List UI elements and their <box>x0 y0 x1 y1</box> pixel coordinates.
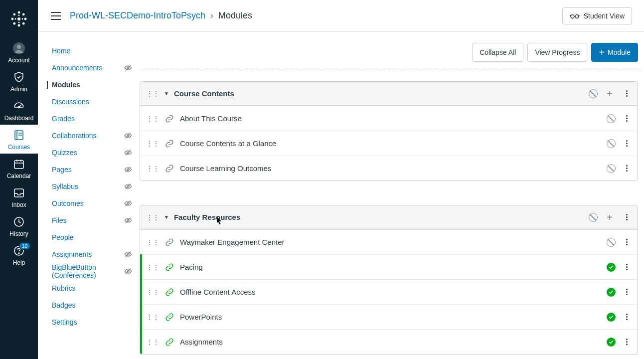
module-item: ⋮⋮Offline Content Access <box>140 279 638 304</box>
kebab-menu-icon[interactable] <box>622 288 632 296</box>
user-avatar-icon <box>12 42 25 55</box>
drag-handle-icon[interactable]: ⋮⋮ <box>146 115 159 123</box>
clock-icon <box>12 215 25 228</box>
coursenav-item[interactable]: Grades <box>48 110 133 127</box>
coursenav-link[interactable]: Grades <box>48 115 133 123</box>
brand-logo[interactable] <box>0 0 38 38</box>
kebab-menu-icon[interactable] <box>622 139 632 148</box>
coursenav-link[interactable]: Quizzes <box>48 149 124 157</box>
coursenav-link[interactable]: Files <box>48 216 124 224</box>
unpublished-icon[interactable] <box>589 213 598 222</box>
kebab-menu-icon[interactable] <box>622 313 632 321</box>
module-item-title[interactable]: Waymaker Engagement Center <box>180 238 285 246</box>
svg-point-21 <box>18 253 19 254</box>
coursenav-link[interactable]: Settings <box>48 318 133 326</box>
published-icon[interactable] <box>607 288 616 297</box>
kebab-menu-icon[interactable] <box>622 89 632 98</box>
drag-handle-icon[interactable]: ⋮⋮ <box>146 338 159 346</box>
hamburger-button[interactable] <box>49 9 63 23</box>
coursenav-item[interactable]: Syllabus <box>48 178 133 195</box>
add-module-button[interactable]: + Module <box>591 43 638 62</box>
link-icon <box>165 263 174 272</box>
coursenav-link[interactable]: Pages <box>48 166 124 174</box>
coursenav-link[interactable]: Badges <box>48 301 133 309</box>
unpublished-icon[interactable] <box>607 164 616 173</box>
coursenav-link[interactable]: Announcements <box>48 64 124 72</box>
coursenav-link[interactable]: Discussions <box>48 98 133 106</box>
coursenav-link[interactable]: Rubrics <box>48 284 133 292</box>
coursenav-link[interactable]: Collaborations <box>48 132 124 140</box>
nav-history[interactable]: History <box>0 211 38 240</box>
coursenav-link[interactable]: Syllabus <box>48 182 124 190</box>
module-item-title[interactable]: Pacing <box>180 263 203 271</box>
nav-courses[interactable]: Courses <box>0 125 38 154</box>
coursenav-item[interactable]: Quizzes <box>48 144 133 161</box>
add-item-button[interactable]: + <box>603 87 617 101</box>
hidden-eye-icon <box>124 216 133 224</box>
coursenav-item[interactable]: Pages <box>48 161 133 178</box>
drag-handle-icon[interactable]: ⋮⋮ <box>146 90 159 98</box>
nav-help[interactable]: 10 Help <box>0 240 38 269</box>
drag-handle-icon[interactable]: ⋮⋮ <box>146 263 159 271</box>
caret-down-icon[interactable]: ▼ <box>164 91 169 96</box>
unpublished-icon[interactable] <box>607 139 616 148</box>
kebab-menu-icon[interactable] <box>622 164 632 173</box>
unpublished-icon[interactable] <box>607 238 616 247</box>
coursenav-item[interactable]: Home <box>48 42 133 59</box>
drag-handle-icon[interactable]: ⋮⋮ <box>146 140 159 148</box>
kebab-menu-icon[interactable] <box>622 114 632 123</box>
unpublished-icon[interactable] <box>607 114 616 123</box>
module-title[interactable]: Course Contents <box>174 89 234 98</box>
breadcrumb-course[interactable]: Prod-WL-SECDemo-IntroToPsych <box>70 10 205 21</box>
drag-handle-icon[interactable]: ⋮⋮ <box>146 238 159 246</box>
coursenav-item[interactable]: Badges <box>48 297 133 314</box>
coursenav-link[interactable]: Outcomes <box>48 199 124 207</box>
coursenav-link[interactable]: Assignments <box>48 250 124 258</box>
module-item-title[interactable]: PowerPoints <box>180 313 222 321</box>
nav-account[interactable]: Account <box>0 38 38 67</box>
drag-handle-icon[interactable]: ⋮⋮ <box>146 165 159 173</box>
drag-handle-icon[interactable]: ⋮⋮ <box>146 288 159 296</box>
coursenav-item[interactable]: Files <box>48 212 133 229</box>
kebab-menu-icon[interactable] <box>622 338 632 346</box>
module-item-title[interactable]: Course Contents at a Glance <box>180 139 276 148</box>
kebab-menu-icon[interactable] <box>622 263 632 271</box>
view-progress-button[interactable]: View Progress <box>527 43 587 62</box>
nav-calendar-label: Calendar <box>7 173 31 180</box>
module-item-title[interactable]: Course Learning Outcomes <box>180 164 271 173</box>
kebab-menu-icon[interactable] <box>622 238 632 246</box>
coursenav-link[interactable]: Home <box>48 47 133 55</box>
coursenav-link[interactable]: BigBlueButton (Conferences) <box>48 263 124 279</box>
published-icon[interactable] <box>607 313 616 322</box>
module-item-title[interactable]: Assignments <box>180 338 223 346</box>
coursenav-item[interactable]: Announcements <box>48 59 133 76</box>
coursenav-item[interactable]: Discussions <box>48 93 133 110</box>
nav-dashboard[interactable]: Dashboard <box>0 96 38 125</box>
unpublished-icon[interactable] <box>589 89 598 98</box>
nav-calendar[interactable]: Calendar <box>0 154 38 182</box>
module-item-title[interactable]: Offline Content Access <box>180 288 255 296</box>
coursenav-item[interactable]: Assignments <box>48 246 133 263</box>
coursenav-item[interactable]: Rubrics <box>48 280 133 297</box>
module-title[interactable]: Faculty Resources <box>174 213 240 221</box>
coursenav-link[interactable]: People <box>48 233 133 241</box>
student-view-button[interactable]: Student View <box>562 7 632 24</box>
nav-inbox[interactable]: Inbox <box>0 182 38 211</box>
coursenav-link[interactable]: Modules <box>47 81 133 89</box>
coursenav-item[interactable]: Modules <box>48 76 133 93</box>
drag-handle-icon[interactable]: ⋮⋮ <box>146 313 159 321</box>
drag-handle-icon[interactable]: ⋮⋮ <box>146 213 159 221</box>
kebab-menu-icon[interactable] <box>622 213 632 221</box>
coursenav-item[interactable]: Collaborations <box>48 127 133 144</box>
module-item-title[interactable]: About This Course <box>180 114 242 123</box>
caret-down-icon[interactable]: ▼ <box>164 214 169 220</box>
published-icon[interactable] <box>607 263 616 272</box>
coursenav-item[interactable]: People <box>48 229 133 246</box>
nav-admin[interactable]: Admin <box>0 67 38 96</box>
collapse-all-button[interactable]: Collapse All <box>472 43 523 62</box>
coursenav-item[interactable]: Outcomes <box>48 195 133 212</box>
published-icon[interactable] <box>607 338 616 347</box>
add-item-button[interactable]: + <box>603 210 617 224</box>
coursenav-item[interactable]: BigBlueButton (Conferences) <box>48 263 133 280</box>
coursenav-item[interactable]: Settings <box>48 314 133 331</box>
